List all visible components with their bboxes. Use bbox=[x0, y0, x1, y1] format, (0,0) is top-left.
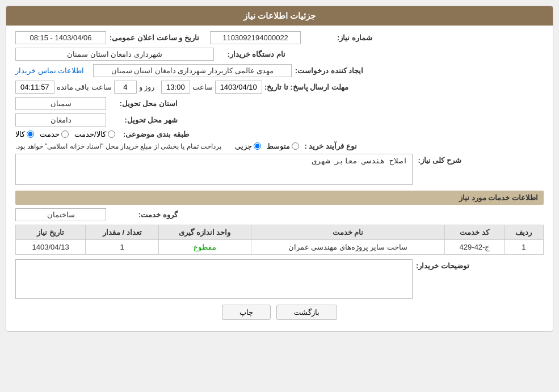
deadline-days: 4 bbox=[114, 81, 137, 94]
col-qty: تعداد / مقدار bbox=[86, 225, 159, 240]
need-desc-label: شرح کلی نیاز: bbox=[416, 156, 461, 165]
city-row: شهر محل تحویل: دامغان bbox=[15, 113, 544, 127]
page-title: جزئیات اطلاعات نیاز bbox=[243, 11, 316, 20]
deadline-label: مهلت ارسال پاسخ: تا تاریخ: bbox=[264, 83, 348, 91]
cell-name: ساخت سایر پروژه‌های مهندسی عمران bbox=[251, 240, 444, 255]
need-number-value: 1103092194000022 bbox=[210, 31, 301, 44]
category-option-khedmat[interactable]: خدمت bbox=[40, 130, 69, 138]
page-header: جزئیات اطلاعات نیاز bbox=[6, 6, 553, 26]
service-group-value: ساختمان bbox=[15, 208, 106, 221]
buyer-org-value: شهرداری دامغان استان سمنان bbox=[15, 48, 214, 61]
province-label: استان محل تحویل: bbox=[110, 99, 178, 108]
buyer-desc-input[interactable] bbox=[15, 259, 413, 299]
process-row: نوع فرآیند خرید : متوسط جزیی پرداخت تمام… bbox=[15, 142, 544, 150]
deadline-time-label: ساعت bbox=[192, 83, 213, 91]
deadline-time: 13:00 bbox=[161, 81, 190, 94]
announce-date-value: 1403/04/06 - 08:15 bbox=[15, 31, 106, 44]
col-date: تاریخ نیاز bbox=[16, 225, 86, 240]
requester-row: ایجاد کننده درخواست: مهدی عالمی کاربردار… bbox=[15, 64, 544, 77]
need-number-label: شماره نیاز: bbox=[304, 33, 372, 42]
buttons-row: بازگشت چاپ bbox=[15, 305, 544, 320]
col-row: ردیف bbox=[504, 225, 543, 240]
province-row: استان محل تحویل: سمنان bbox=[15, 97, 544, 110]
back-button[interactable]: بازگشت bbox=[276, 305, 337, 320]
deadline-days-label: روز و bbox=[139, 83, 155, 91]
city-value: دامغان bbox=[15, 113, 106, 127]
process-option-motavaset[interactable]: متوسط bbox=[267, 142, 299, 150]
category-label: طبقه بندی موضوعی: bbox=[121, 130, 189, 138]
col-code: کد خدمت bbox=[445, 225, 505, 240]
services-table: ردیف کد خدمت نام خدمت واحد اندازه گیری ت… bbox=[15, 225, 544, 255]
contact-link[interactable]: اطلاعات تماس خریدار bbox=[15, 66, 84, 75]
buyer-desc-label: توضیحات خریدار: bbox=[416, 262, 469, 270]
services-section-header: اطلاعات خدمات مورد نیاز bbox=[15, 191, 544, 205]
deadline-remaining-label: ساعت باقی مانده bbox=[57, 83, 112, 91]
deadline-date: 1403/04/10 bbox=[215, 81, 262, 94]
need-number-row: شماره نیاز: 1103092194000022 تاریخ و ساع… bbox=[15, 31, 544, 44]
requester-label: ایجاد کننده درخواست: bbox=[295, 66, 364, 75]
category-option-kala-khedmat[interactable]: کالا/خدمت bbox=[74, 130, 115, 138]
service-group-row: گروه خدمت: ساختمان bbox=[15, 208, 544, 221]
category-option-kala[interactable]: کالا bbox=[15, 130, 34, 138]
need-desc-row: شرح کلی نیاز: bbox=[15, 154, 544, 185]
deadline-remaining: 04:11:57 bbox=[15, 81, 54, 94]
buyer-org-label: نام دستگاه خریدار: bbox=[217, 50, 285, 58]
need-desc-input[interactable] bbox=[15, 154, 413, 185]
process-option-jozi[interactable]: جزیی bbox=[235, 142, 261, 150]
province-value: سمنان bbox=[15, 97, 106, 110]
city-label: شهر محل تحویل: bbox=[110, 116, 178, 124]
service-group-label: گروه خدمت: bbox=[110, 210, 178, 219]
announce-date-label: تاریخ و ساعت اعلان عمومی: bbox=[110, 33, 199, 42]
cell-date: 1403/04/13 bbox=[16, 240, 86, 255]
col-name: نام خدمت bbox=[251, 225, 444, 240]
process-label: نوع فرآیند خرید : bbox=[305, 142, 357, 150]
col-unit: واحد اندازه گیری bbox=[159, 225, 251, 240]
cell-qty: 1 bbox=[86, 240, 159, 255]
buyer-desc-row: توضیحات خریدار: bbox=[15, 259, 544, 299]
requester-value: مهدی عالمی کاربردار شهرداری دامغان استان… bbox=[93, 64, 292, 77]
print-button[interactable]: چاپ bbox=[222, 305, 271, 320]
deadline-row: مهلت ارسال پاسخ: تا تاریخ: 1403/04/10 سا… bbox=[15, 81, 544, 94]
category-row: طبقه بندی موضوعی: کالا/خدمت خدمت کالا bbox=[15, 130, 544, 138]
cell-row: 1 bbox=[504, 240, 543, 255]
table-row: 1 ج-42-429 ساخت سایر پروژه‌های مهندسی عم… bbox=[16, 240, 544, 255]
buyer-org-row: نام دستگاه خریدار: شهرداری دامغان استان … bbox=[15, 48, 544, 61]
process-note: پرداخت تمام یا بخشی از مبلغ خریدار محل "… bbox=[15, 142, 221, 150]
cell-code: ج-42-429 bbox=[445, 240, 505, 255]
table-header-row: ردیف کد خدمت نام خدمت واحد اندازه گیری ت… bbox=[16, 225, 544, 240]
cell-unit: مقطوع bbox=[159, 240, 251, 255]
